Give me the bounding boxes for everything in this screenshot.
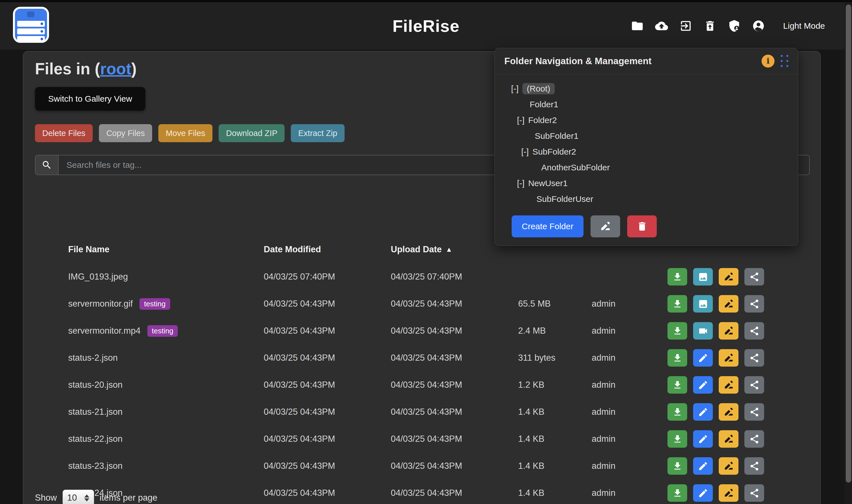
tree-item-anothersubfolder[interactable]: AnotherSubFolder <box>541 160 610 175</box>
heading-prefix: Files in ( <box>35 60 100 78</box>
move-files-button[interactable]: Move Files <box>158 124 212 142</box>
tree-item-subfolderuser[interactable]: SubFolderUser <box>536 191 593 207</box>
file-name[interactable]: IMG_0193.jpeg <box>68 272 128 282</box>
date-modified: 04/03/25 04:43PM <box>264 380 391 390</box>
download-button[interactable] <box>667 322 687 340</box>
share-button[interactable] <box>744 430 764 448</box>
share-button[interactable] <box>744 403 764 421</box>
logout-icon[interactable] <box>679 19 693 33</box>
rename-button[interactable] <box>719 376 738 394</box>
expander-toggle[interactable]: [-] <box>517 115 525 125</box>
tree-item-newuser1[interactable]: [-] NewUser1 <box>517 175 568 191</box>
file-name[interactable]: status-23.json <box>68 461 123 471</box>
sort-ascending-icon[interactable]: ▲ <box>446 246 452 253</box>
create-folder-button[interactable]: Create Folder <box>512 215 584 237</box>
tree-label[interactable]: Folder2 <box>528 115 557 125</box>
file-tag: testing <box>139 298 170 310</box>
uploader: admin <box>592 299 667 309</box>
download-button[interactable] <box>667 349 687 366</box>
preview-video-button[interactable] <box>693 322 713 340</box>
window-scrollbar[interactable] <box>845 2 852 504</box>
tree-label[interactable]: SubFolderUser <box>536 194 593 204</box>
tree-label[interactable]: Folder1 <box>530 100 558 109</box>
scrollbar-thumb[interactable] <box>846 4 851 483</box>
tree-label[interactable]: AnotherSubFolder <box>541 163 610 172</box>
delete-files-button[interactable]: Delete Files <box>35 124 93 142</box>
switch-gallery-view-button[interactable]: Switch to Gallery View <box>35 87 145 111</box>
download-button[interactable] <box>667 430 687 448</box>
uploader: admin <box>592 461 667 471</box>
rename-button[interactable] <box>719 484 738 502</box>
download-button[interactable] <box>667 268 687 286</box>
share-button[interactable] <box>744 376 764 394</box>
file-name[interactable]: status-20.json <box>68 380 123 390</box>
drag-handle-icon[interactable] <box>781 55 788 67</box>
rename-button[interactable] <box>719 322 738 340</box>
tree-label[interactable]: SubFolder1 <box>535 131 578 141</box>
column-header-file-name[interactable]: File Name <box>68 245 264 254</box>
preview-image-button[interactable] <box>693 295 713 312</box>
info-icon[interactable]: i <box>762 55 775 68</box>
edit-file-button[interactable] <box>693 430 713 448</box>
rename-button[interactable] <box>719 403 738 421</box>
upload-date: 04/03/25 04:43PM <box>391 434 518 444</box>
share-button[interactable] <box>744 484 764 502</box>
column-header-date-modified[interactable]: Date Modified <box>264 245 391 254</box>
root-folder-link[interactable]: root <box>100 60 131 78</box>
tree-item-folder1[interactable]: Folder1 <box>530 96 558 112</box>
edit-file-button[interactable] <box>693 376 713 394</box>
table-row: status-20.json 04/03/25 04:43PM 04/03/25… <box>23 372 820 398</box>
file-name[interactable]: status-22.json <box>68 434 123 444</box>
download-button[interactable] <box>667 295 687 312</box>
edit-file-button[interactable] <box>693 403 713 421</box>
tree-item-root[interactable]: [-] (Root) <box>511 81 555 96</box>
restore-trash-icon[interactable] <box>703 19 717 33</box>
expander-toggle[interactable]: [-] <box>521 147 529 157</box>
share-button[interactable] <box>744 295 764 312</box>
download-button[interactable] <box>667 484 687 502</box>
tree-label[interactable]: (Root) <box>522 83 555 94</box>
expander-toggle[interactable]: [-] <box>511 84 519 93</box>
file-name[interactable]: servermonitor.mp4 <box>68 326 141 336</box>
tree-item-subfolder1[interactable]: SubFolder1 <box>535 128 578 144</box>
share-button[interactable] <box>744 457 764 475</box>
theme-toggle[interactable]: Light Mode <box>783 21 825 31</box>
download-zip-button[interactable]: Download ZIP <box>219 124 284 142</box>
file-name[interactable]: servermonitor.gif <box>68 299 133 309</box>
items-per-page-select[interactable]: 10 <box>63 490 94 504</box>
extract-zip-button[interactable]: Extract Zip <box>291 124 345 142</box>
admin-shield-icon[interactable] <box>728 19 741 33</box>
column-header-upload-date[interactable]: Upload Date <box>391 245 442 254</box>
preview-image-button[interactable] <box>693 268 713 286</box>
cloud-upload-icon[interactable] <box>655 19 668 33</box>
share-button[interactable] <box>744 322 764 340</box>
tree-label[interactable]: NewUser1 <box>528 179 568 188</box>
delete-folder-button[interactable] <box>627 215 657 237</box>
download-button[interactable] <box>667 376 687 394</box>
page-title: Files in (root) <box>35 59 137 78</box>
download-button[interactable] <box>667 403 687 421</box>
edit-file-button[interactable] <box>693 349 713 366</box>
tree-item-folder2[interactable]: [-] Folder2 <box>517 112 557 128</box>
copy-files-button[interactable]: Copy Files <box>99 124 152 142</box>
expander-toggle[interactable]: [-] <box>517 179 525 188</box>
rename-button[interactable] <box>719 430 738 448</box>
header-actions: Light Mode <box>630 19 825 33</box>
upload-date: 04/03/25 04:43PM <box>391 326 518 336</box>
edit-file-button[interactable] <box>693 484 713 502</box>
tree-item-subfolder2[interactable]: [-] SubFolder2 <box>521 144 576 160</box>
file-name[interactable]: status-21.json <box>68 407 123 417</box>
share-button[interactable] <box>744 349 764 366</box>
tree-label[interactable]: SubFolder2 <box>533 147 576 157</box>
download-button[interactable] <box>667 457 687 475</box>
edit-file-button[interactable] <box>693 457 713 475</box>
folder-icon[interactable] <box>630 19 644 33</box>
rename-button[interactable] <box>719 295 738 312</box>
rename-folder-button[interactable] <box>591 215 620 237</box>
account-circle-icon[interactable] <box>752 19 765 33</box>
rename-button[interactable] <box>719 349 738 366</box>
rename-button[interactable] <box>719 268 738 286</box>
share-button[interactable] <box>744 268 764 286</box>
file-name[interactable]: status-2.json <box>68 353 118 363</box>
rename-button[interactable] <box>719 457 738 475</box>
